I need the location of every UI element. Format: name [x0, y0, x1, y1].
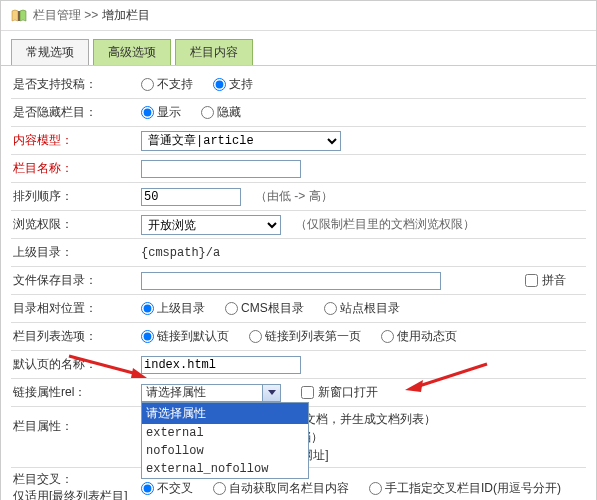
- breadcrumb-mgmt[interactable]: 栏目管理: [33, 8, 81, 22]
- breadcrumb-sep: >>: [84, 8, 98, 22]
- radio-no-support[interactable]: 不支持: [141, 76, 193, 93]
- rel-dropdown: 请选择属性 external nofollow external_nofollo…: [141, 402, 309, 479]
- radio-relpos-parent[interactable]: 上级目录: [141, 300, 205, 317]
- radio-support[interactable]: 支持: [213, 76, 253, 93]
- arrow-right-icon: [401, 360, 491, 394]
- input-savedir[interactable]: [141, 272, 441, 290]
- label-browse: 浏览权限：: [11, 216, 141, 233]
- label-colattr: 栏目属性：: [11, 410, 141, 435]
- radio-cross-no[interactable]: 不交叉: [141, 480, 193, 497]
- book-icon: [11, 9, 27, 23]
- checkbox-pinyin[interactable]: 拼音: [525, 272, 566, 289]
- label-submit: 是否支持投稿：: [11, 76, 141, 93]
- radio-listopt-def[interactable]: 链接到默认页: [141, 328, 229, 345]
- radio-listopt-dyn[interactable]: 使用动态页: [381, 328, 457, 345]
- arrow-left-icon: [65, 352, 147, 382]
- rel-option[interactable]: nofollow: [142, 442, 308, 460]
- select-browse[interactable]: 开放浏览: [141, 215, 281, 235]
- rel-option[interactable]: external_nofollow: [142, 460, 308, 478]
- input-defname[interactable]: [141, 356, 301, 374]
- label-relpos: 目录相对位置：: [11, 300, 141, 317]
- chevron-down-icon[interactable]: [262, 385, 280, 401]
- tab-normal[interactable]: 常规选项: [11, 39, 89, 65]
- label-cross: 栏目交叉：仅适用[最终列表栏目]: [11, 471, 141, 500]
- radio-relpos-site[interactable]: 站点根目录: [324, 300, 400, 317]
- label-savedir: 文件保存目录：: [11, 272, 141, 289]
- value-parent: {cmspath}/a: [141, 246, 220, 260]
- breadcrumb-current: 增加栏目: [102, 8, 150, 22]
- svg-line-4: [419, 364, 487, 386]
- label-order: 排列顺序：: [11, 188, 141, 205]
- radio-hide[interactable]: 隐藏: [201, 104, 241, 121]
- label-parent: 上级目录：: [11, 244, 141, 261]
- radio-cross-manual[interactable]: 手工指定交叉栏目ID(用逗号分开): [369, 480, 561, 497]
- label-model: 内容模型：: [11, 132, 141, 149]
- radio-cross-auto[interactable]: 自动获取同名栏目内容: [213, 480, 349, 497]
- label-listopt: 栏目列表选项：: [11, 328, 141, 345]
- svg-rect-0: [18, 11, 20, 21]
- svg-marker-3: [268, 390, 276, 395]
- label-rel: 链接属性rel：: [11, 384, 141, 401]
- input-name[interactable]: [141, 160, 301, 178]
- rel-option[interactable]: 请选择属性: [142, 403, 308, 424]
- select-model[interactable]: 普通文章|article: [141, 131, 341, 151]
- rel-option[interactable]: external: [142, 424, 308, 442]
- input-order[interactable]: [141, 188, 241, 206]
- radio-relpos-cms[interactable]: CMS根目录: [225, 300, 304, 317]
- radio-show[interactable]: 显示: [141, 104, 181, 121]
- checkbox-newwin[interactable]: 新窗口打开: [301, 384, 378, 401]
- svg-line-1: [69, 356, 137, 374]
- breadcrumb: 栏目管理 >> 增加栏目: [33, 7, 150, 24]
- label-hidden: 是否隐藏栏目：: [11, 104, 141, 121]
- tab-advanced[interactable]: 高级选项: [93, 39, 171, 65]
- svg-marker-2: [131, 368, 147, 378]
- tab-content[interactable]: 栏目内容: [175, 39, 253, 65]
- hint-order: （由低 -> 高）: [255, 188, 333, 205]
- select-rel[interactable]: 请选择属性: [141, 384, 281, 402]
- radio-listopt-first[interactable]: 链接到列表第一页: [249, 328, 361, 345]
- label-name: 栏目名称：: [11, 160, 141, 177]
- svg-marker-5: [405, 380, 423, 392]
- hint-browse: （仅限制栏目里的文档浏览权限）: [295, 216, 475, 233]
